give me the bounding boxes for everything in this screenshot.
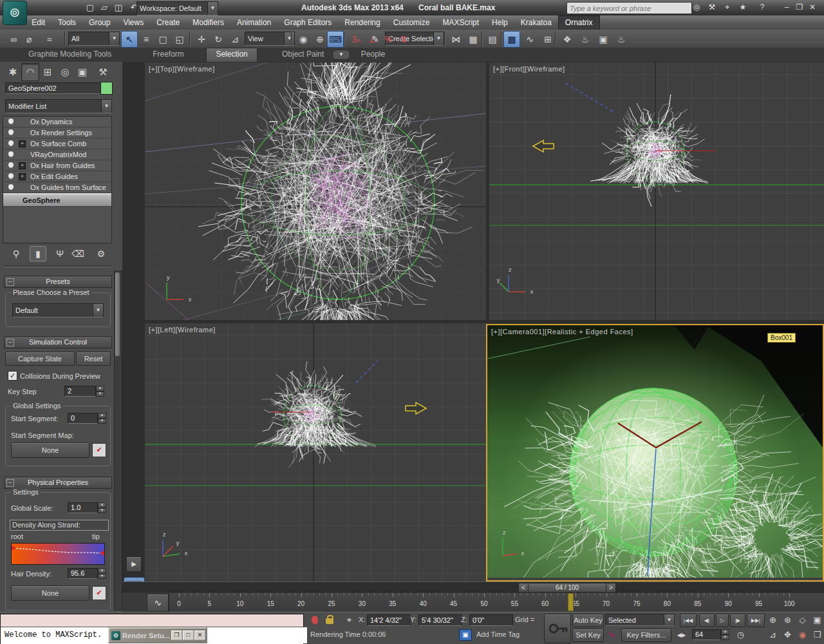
ribbon-tab-people[interactable]: People	[352, 48, 394, 61]
fov-icon[interactable]: ⊿	[766, 629, 780, 641]
key-curve-icon[interactable]: ∿	[605, 629, 619, 641]
current-frame-spinner[interactable]: 64 ▲▼	[692, 629, 729, 640]
restore-icon[interactable]: ❐	[793, 1, 806, 13]
x-coordinate-field[interactable]: 14'2 4/32"	[367, 614, 411, 626]
window-crossing-icon[interactable]: ◱	[171, 31, 188, 48]
selection-filter-dropdown[interactable]: All ▼	[68, 32, 120, 46]
bind-spacewarp-icon[interactable]: ≈	[41, 31, 58, 48]
modifier-stack-item[interactable]: Ox Dynamics	[3, 117, 111, 128]
restore-icon[interactable]: ❐	[171, 630, 182, 640]
spinner-arrows[interactable]: ▲▼	[721, 629, 729, 640]
menu-item-group[interactable]: Group	[82, 15, 117, 30]
menu-item-animation[interactable]: Animation	[230, 15, 277, 30]
minimize-icon[interactable]: –	[780, 1, 793, 13]
play-icon[interactable]: ▷	[716, 614, 729, 627]
command-tab-utilities[interactable]: ⚒	[94, 63, 112, 81]
rect-region-icon[interactable]: ▢	[154, 31, 171, 48]
start-segment-value[interactable]: 0	[68, 413, 98, 424]
start-segment-spinner[interactable]: 0 ▲▼	[68, 413, 106, 424]
menu-item-ornatrix[interactable]: Ornatrix	[558, 15, 600, 30]
menu-item-help[interactable]: Help	[485, 15, 514, 30]
rendered-frame-icon[interactable]: ▣	[595, 31, 612, 48]
save-file-icon[interactable]: ◫	[112, 1, 125, 14]
select-by-name-icon[interactable]: ≡	[138, 31, 154, 48]
select-link-icon[interactable]: ∞	[5, 31, 22, 48]
set-key-button[interactable]: Set Key	[572, 629, 604, 642]
move-icon[interactable]: ✛	[193, 31, 210, 48]
search-input[interactable]	[566, 2, 692, 14]
binoculars-icon[interactable]: ◎	[690, 1, 703, 13]
command-tab-create[interactable]: ✱	[4, 63, 22, 81]
graphite-toggle-icon[interactable]: ▩	[503, 31, 520, 48]
modifier-visibility-bulb-icon[interactable]	[8, 151, 14, 156]
expand-strip-button[interactable]: ▶	[126, 556, 142, 572]
command-tab-hierarchy[interactable]: ⊞	[39, 63, 57, 81]
help-icon[interactable]: ?	[756, 1, 769, 13]
spinner-snap-icon[interactable]: ⇅	[395, 31, 412, 48]
spinner-arrows[interactable]: ▲▼	[98, 502, 106, 513]
track-bar[interactable]: ∿ 05101520253035404550556065707580859095…	[122, 592, 824, 612]
key-step-spinner[interactable]: 2 ▲▼	[64, 386, 104, 397]
rollout-simulation-control[interactable]: – Simulation Control	[4, 336, 112, 348]
key-step-value[interactable]: 2	[64, 386, 96, 397]
viewport-front[interactable]: [+][Front][Wireframe] xzy	[489, 62, 824, 320]
add-time-tag-icon[interactable]: ▣	[459, 629, 472, 641]
workspace-dropdown[interactable]: Workspace: Default ▼	[136, 1, 218, 15]
viewport-left[interactable]: [+][Left][Wireframe] xzy	[145, 323, 486, 582]
menu-item-maxscript[interactable]: MAXScript	[436, 15, 485, 30]
hair-density-spinner[interactable]: 95.6 ▲▼	[68, 568, 106, 579]
satellite-icon[interactable]: ⌖	[721, 1, 734, 13]
modifier-visibility-bulb-icon[interactable]	[8, 184, 14, 189]
mirror-icon[interactable]: ⋈	[447, 31, 464, 48]
snap-3d-icon[interactable]: 3ₙ	[348, 31, 364, 48]
menu-item-graph-editors[interactable]: Graph Editors	[277, 15, 338, 30]
global-scale-spinner[interactable]: 1.0 ▲▼	[68, 502, 106, 513]
abs-offset-toggle-icon[interactable]: ⌖	[342, 614, 356, 627]
current-frame-marker[interactable]	[568, 593, 574, 611]
modifier-visibility-bulb-icon[interactable]	[8, 129, 14, 135]
expand-icon[interactable]: +	[19, 140, 26, 147]
modifier-visibility-bulb-icon[interactable]	[8, 140, 14, 146]
macro-recorder-pane[interactable]	[1, 614, 303, 627]
go-end-icon[interactable]: ▶▶|	[747, 614, 765, 627]
material-editor-icon[interactable]: ❖	[559, 31, 576, 48]
show-end-result-icon[interactable]: ▮	[30, 246, 46, 261]
open-file-icon[interactable]: ▱	[98, 1, 111, 14]
spinner-arrows[interactable]: ▲▼	[98, 568, 106, 579]
select-manipulate-icon[interactable]: ⊕	[312, 31, 328, 48]
map-enable-checkbox[interactable]: ✔	[92, 586, 106, 600]
next-frame-arrow[interactable]: >	[606, 583, 616, 592]
modifier-visibility-bulb-icon[interactable]	[8, 173, 14, 178]
selection-lock-icon[interactable]	[326, 618, 333, 624]
command-tab-motion[interactable]: ◎	[56, 63, 74, 81]
modifier-stack-item[interactable]: Ox Render Settings	[3, 128, 111, 138]
reset-button[interactable]: Reset	[76, 352, 111, 366]
rotate-icon[interactable]: ↻	[210, 31, 227, 48]
mini-curve-editor-button[interactable]: ∿	[147, 594, 169, 612]
max-viewport-icon[interactable]: ❒	[810, 629, 824, 641]
remove-modifier-icon[interactable]: ⌫	[70, 246, 86, 261]
capture-state-button[interactable]: Capture State	[5, 352, 75, 366]
menu-item-krakatoa[interactable]: Krakatoa	[514, 15, 558, 30]
rollout-presets[interactable]: – Presets	[4, 276, 112, 288]
time-slider-button[interactable]: 64 / 100	[528, 583, 606, 592]
viewport-camera[interactable]: [+][Camera001][Realistic + Edged Faces] …	[486, 324, 824, 582]
select-object-icon[interactable]: ↖	[121, 31, 138, 48]
zoom-extents-all-icon[interactable]: ▣	[810, 614, 824, 627]
ribbon-collapse-button[interactable]: ▼	[332, 50, 350, 60]
unlink-icon[interactable]: ⌀	[21, 31, 37, 48]
panel-scrollbar[interactable]	[114, 270, 122, 611]
isolate-selection-icon[interactable]	[312, 616, 318, 624]
density-gradient-curve[interactable]	[11, 543, 105, 565]
modifier-stack-item[interactable]: +Ox Edit Guides	[3, 171, 111, 182]
modifier-stack-item[interactable]: +Ox Surface Comb	[3, 138, 111, 149]
zoom-icon[interactable]: ⊕	[766, 614, 780, 627]
go-start-icon[interactable]: |◀◀	[680, 614, 697, 627]
ribbon-tab-freeform[interactable]: Freeform	[144, 48, 193, 61]
viewport-camera-label[interactable]: [+][Camera001][Realistic + Edged Faces]	[491, 328, 633, 336]
menu-item-customize[interactable]: Customize	[387, 15, 436, 30]
preset-dropdown[interactable]: Default ▼	[12, 303, 104, 317]
curve-editor-icon[interactable]: ∿	[521, 31, 538, 48]
modifier-stack-item[interactable]: VRayOrnatrixMod	[3, 149, 111, 160]
reference-coordinate-dropdown[interactable]: View ▼	[245, 32, 295, 46]
